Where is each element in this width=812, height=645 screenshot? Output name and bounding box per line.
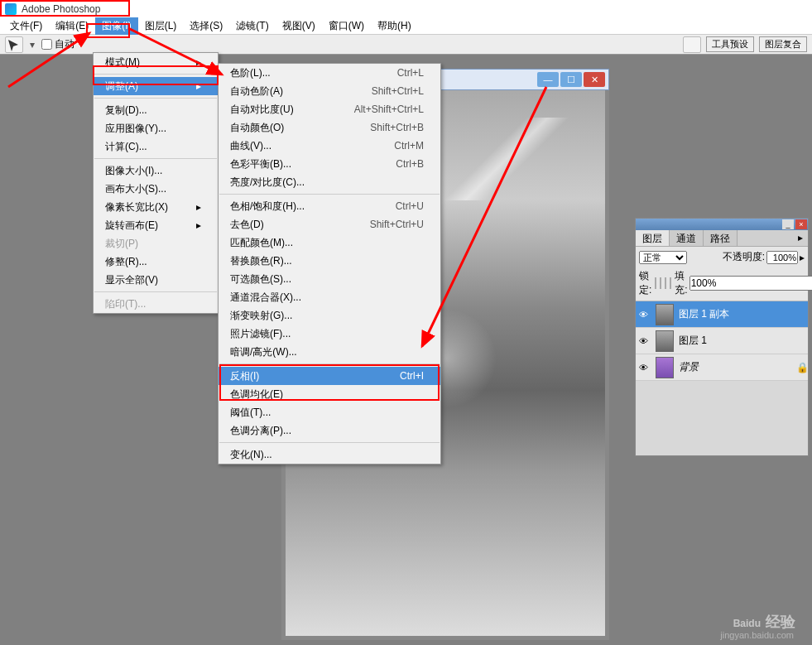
visibility-eye-icon[interactable] [639,309,651,320]
adjust-item[interactable]: 色阶(L)...Ctrl+L [219,64,440,82]
menu-item-label: 匹配颜色(M)... [230,236,407,250]
menu-item-shortcut: Ctrl+B [396,158,424,170]
menubar: 文件(F) 编辑(E) 图像(I) 图层(L) 选择(S) 滤镜(T) 视图(V… [0,18,812,35]
tab-channels[interactable]: 通道 [670,230,704,246]
adjust-item[interactable]: 色调均化(E) [219,385,440,403]
panel-close-icon[interactable]: × [795,219,807,229]
tab-paths[interactable]: 路径 [704,230,738,246]
watermark-url: jingyan.baidu.com [720,630,794,640]
adjust-item[interactable]: 自动色阶(A)Shift+Ctrl+L [219,82,440,100]
menu-item-label: 替换颜色(R)... [230,254,407,268]
layer-name: 背景 [679,360,791,374]
menu-item-label: 色阶(L)... [230,66,381,80]
visibility-eye-icon[interactable] [639,335,651,347]
panel-tabs: 图层 通道 路径 ▸ [636,230,808,247]
submenu-arrow-icon: ▸ [196,56,201,68]
menu-item-label: 反相(I) [230,369,383,383]
adjust-item[interactable]: 色彩平衡(B)...Ctrl+B [219,155,440,173]
layer-comps-tab[interactable]: 图层复合 [759,36,807,52]
submenu-arrow-icon: ▸ [196,219,201,231]
menu-item-label: 渐变映射(G)... [230,309,407,323]
menu-mode[interactable]: 模式(M)▸ [94,53,218,71]
layer-row[interactable]: 背景🔒 [636,354,808,381]
minimize-button[interactable]: — [537,72,559,87]
adjust-item[interactable]: 阈值(T)... [219,403,440,421]
menu-item-label: 色彩平衡(B)... [230,157,379,171]
tool-preset-tab[interactable]: 工具预设 [706,36,754,52]
menu-duplicate[interactable]: 复制(D)... [94,101,218,119]
watermark: Baidu 经验 [733,612,795,632]
menu-layer[interactable]: 图层(L) [138,17,184,35]
menu-item-label: 色相/饱和度(H)... [230,200,379,214]
adjust-item[interactable]: 渐变映射(G)... [219,306,440,325]
close-button[interactable]: ✕ [584,72,605,87]
adjust-item[interactable]: 暗调/高光(W)... [219,343,440,361]
menu-rotate-canvas[interactable]: 旋转画布(E)▸ [94,216,218,234]
menu-view[interactable]: 视图(V) [276,17,322,35]
layers-panel: _ × 图层 通道 路径 ▸ 正常 不透明度: ▸ 锁定: 填充: ▸ 图层 1… [635,218,809,456]
adjustments-menu: 色阶(L)...Ctrl+L自动色阶(A)Shift+Ctrl+L自动对比度(U… [218,63,441,464]
photoshop-icon [5,3,17,15]
menu-item-shortcut: Alt+Shift+Ctrl+L [354,103,424,115]
menu-canvas-size[interactable]: 画布大小(S)... [94,180,218,198]
layer-thumbnail[interactable] [656,330,674,352]
lock-all-icon[interactable] [670,277,671,289]
menu-item-label: 变化(N)... [230,448,407,462]
adjust-item[interactable]: 变化(N)... [219,445,440,464]
opacity-arrow-icon[interactable]: ▸ [800,252,805,263]
adjust-item[interactable]: 色相/饱和度(H)...Ctrl+U [219,197,440,215]
layer-thumbnail[interactable] [656,357,674,378]
blend-mode-select[interactable]: 正常 [639,251,687,264]
menu-file[interactable]: 文件(F) [3,17,49,35]
visibility-eye-icon[interactable] [639,362,651,373]
menu-help[interactable]: 帮助(H) [371,17,418,35]
palette-icon[interactable] [683,36,701,53]
adjust-item[interactable]: 曲线(V)...Ctrl+M [219,137,440,155]
menu-trim[interactable]: 修整(R)... [94,253,218,271]
panel-titlebar[interactable]: _ × [636,219,808,230]
menu-item-label: 色调均化(E) [230,387,407,402]
menu-select[interactable]: 选择(S) [183,17,229,35]
adjust-item[interactable]: 可选颜色(S)... [219,270,440,288]
panel-minimize-icon[interactable]: _ [782,219,794,229]
adjust-item[interactable]: 通道混合器(X)... [219,288,440,306]
adjust-item[interactable]: 自动对比度(U)Alt+Shift+Ctrl+L [219,100,440,118]
lock-position-icon[interactable] [665,277,666,289]
maximize-button[interactable]: ☐ [560,72,582,87]
adjust-item[interactable]: 亮度/对比度(C)... [219,173,440,191]
adjust-item[interactable]: 自动颜色(O)Shift+Ctrl+B [219,118,440,137]
menu-item-shortcut: Shift+Ctrl+U [370,219,424,230]
lock-pixels-icon[interactable] [660,277,661,289]
menu-edit[interactable]: 编辑(E) [49,17,95,35]
tool-icon[interactable] [5,36,23,53]
menu-adjustments[interactable]: 调整(A)▸ [94,77,218,95]
menu-apply-image[interactable]: 应用图像(Y)... [94,119,218,137]
fill-input[interactable] [689,276,812,291]
layer-row[interactable]: 图层 1 [636,328,808,354]
tab-layers[interactable]: 图层 [636,230,670,246]
adjust-item[interactable]: 去色(D)Shift+Ctrl+U [219,215,440,233]
layer-row[interactable]: 图层 1 副本 [636,301,808,328]
menu-item-label: 暗调/高光(W)... [230,345,407,359]
adjust-item[interactable]: 反相(I)Ctrl+I [219,367,440,385]
adjust-item[interactable]: 替换颜色(R)... [219,252,440,270]
menu-filter[interactable]: 滤镜(T) [229,17,275,35]
blend-opacity-row: 正常 不透明度: ▸ [636,247,808,267]
menu-window[interactable]: 窗口(W) [322,17,371,35]
lock-transparency-icon[interactable] [655,277,656,289]
lock-label: 锁定: [639,269,651,297]
adjust-item[interactable]: 照片滤镜(F)... [219,325,440,343]
layer-thumbnail[interactable] [656,304,674,325]
submenu-arrow-icon: ▸ [196,80,201,92]
auto-checkbox[interactable]: 自动 [41,37,74,51]
menu-pixel-aspect[interactable]: 像素长宽比(X)▸ [94,198,218,216]
opacity-input[interactable] [766,251,798,264]
menu-item-label: 可选颜色(S)... [230,272,407,286]
adjust-item[interactable]: 匹配颜色(M)... [219,233,440,252]
menu-reveal-all[interactable]: 显示全部(V) [94,271,218,289]
menu-calculations[interactable]: 计算(C)... [94,137,218,156]
menu-image-size[interactable]: 图像大小(I)... [94,161,218,180]
panel-menu-icon[interactable]: ▸ [793,230,808,246]
menu-image[interactable]: 图像(I) [95,17,137,35]
adjust-item[interactable]: 色调分离(P)... [219,421,440,440]
